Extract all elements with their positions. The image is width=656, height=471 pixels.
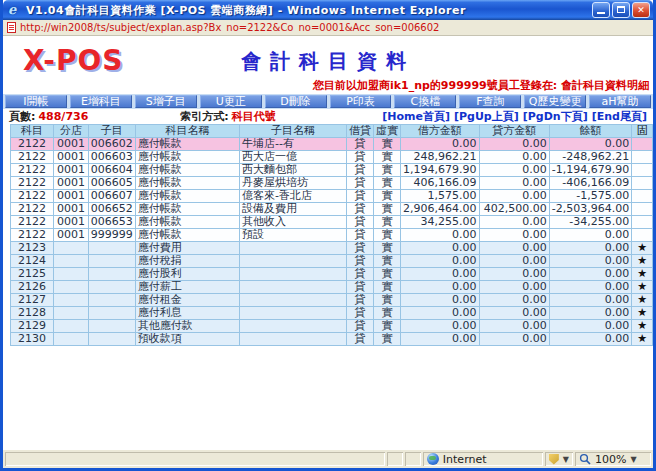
toolbar-button-switch-file[interactable]: C換檔 bbox=[394, 95, 456, 108]
cell-branch bbox=[54, 320, 89, 333]
table-row[interactable]: 21220001999999應付帳款預設貸實0.000.000.00 bbox=[11, 229, 653, 242]
cell-acct: 2127 bbox=[11, 294, 54, 307]
cell-sub-name: 其他收入 bbox=[240, 216, 347, 229]
table-row[interactable]: 2126應付薪工貸實0.000.000.00★ bbox=[11, 281, 653, 294]
window-title: V1.04會計科目資料作業 [X-POS 雲端商務網] - Windows In… bbox=[26, 3, 592, 18]
cell-balance: 0.00 bbox=[549, 229, 631, 242]
table-row[interactable]: 2124應付稅捐貸實0.000.000.00★ bbox=[11, 255, 653, 268]
toolbar-button-help[interactable]: aH幫助 bbox=[589, 95, 651, 108]
maximize-button[interactable] bbox=[612, 2, 630, 18]
cell-branch: 0001 bbox=[54, 216, 89, 229]
table-row[interactable]: 21220001006603應付帳款西大店一億貸實248,962.210.00-… bbox=[11, 151, 653, 164]
cell-sub-name: 牛埔店--有 bbox=[240, 138, 347, 151]
address-url[interactable]: http://win2008/ts/subject/explan.asp?Bx_… bbox=[20, 22, 439, 33]
toolbar-button-history[interactable]: Q歷史變更 bbox=[524, 95, 586, 108]
status-spacer bbox=[387, 452, 403, 466]
cell-debit-amount: 0.00 bbox=[401, 242, 479, 255]
cell-sub-name bbox=[240, 242, 347, 255]
cell-debit-credit: 貸 bbox=[347, 242, 374, 255]
cell-virtual-real: 實 bbox=[374, 138, 401, 151]
cell-acct: 2123 bbox=[11, 242, 54, 255]
cell-fixed bbox=[632, 190, 653, 203]
toolbar-button-open-book[interactable]: I開帳 bbox=[5, 95, 67, 108]
cell-credit-amount: 0.00 bbox=[479, 333, 549, 346]
cell-debit-credit: 貸 bbox=[347, 255, 374, 268]
cell-branch: 0001 bbox=[54, 203, 89, 216]
cell-balance: 0.00 bbox=[549, 138, 631, 151]
cell-sub-name bbox=[240, 294, 347, 307]
cell-sub: 006605 bbox=[88, 177, 135, 190]
cell-debit-amount: 0.00 bbox=[401, 320, 479, 333]
toolbar-button-delete[interactable]: D刪除 bbox=[265, 95, 327, 108]
toolbar-button-add-subaccount[interactable]: S增子目 bbox=[135, 95, 197, 108]
nav-links: [Home首頁][PgUp上頁][PgDn下頁][End尾頁] bbox=[382, 109, 647, 124]
cell-debit-credit: 貸 bbox=[347, 190, 374, 203]
table-row[interactable]: 21220001006604應付帳款西大麵包部貸實1,194,679.900.0… bbox=[11, 164, 653, 177]
table-row[interactable]: 21220001006605應付帳款丹麥屋烘培坊貸實406,166.090.00… bbox=[11, 177, 653, 190]
protected-mode-control[interactable]: ▼ bbox=[545, 452, 573, 466]
table-row[interactable]: 21220001006602應付帳款牛埔店--有貸實0.000.000.00 bbox=[11, 138, 653, 151]
cell-balance: 0.00 bbox=[549, 281, 631, 294]
titlebar[interactable]: e V1.04會計科目資料作業 [X-POS 雲端商務網] - Windows … bbox=[3, 0, 653, 20]
table-row[interactable]: 2128應付利息貸實0.000.000.00★ bbox=[11, 307, 653, 320]
cell-acct: 2122 bbox=[11, 229, 54, 242]
cell-credit-amount: 0.00 bbox=[479, 242, 549, 255]
cell-debit-amount: 1,194,679.90 bbox=[401, 164, 479, 177]
cell-branch bbox=[54, 255, 89, 268]
chevron-down-icon: ▼ bbox=[630, 455, 636, 464]
accounts-table: 科目分店子目科目名稱子目名稱借貸虛實借方金額貸方金額餘額固 2122000100… bbox=[10, 124, 653, 346]
table-row[interactable]: 2129其他應付款貸實0.000.000.00★ bbox=[11, 320, 653, 333]
toolbar-button-add-account[interactable]: E增科目 bbox=[70, 95, 132, 108]
cell-balance: 0.00 bbox=[549, 242, 631, 255]
cell-credit-amount: 0.00 bbox=[479, 216, 549, 229]
table-row[interactable]: 21220001006652應付帳款設備及費用貸實2,906,464.00402… bbox=[11, 203, 653, 216]
minimize-button[interactable] bbox=[592, 2, 610, 18]
cell-acct: 2122 bbox=[11, 203, 54, 216]
cell-credit-amount: 402,500.00 bbox=[479, 203, 549, 216]
cell-virtual-real: 實 bbox=[374, 229, 401, 242]
toolbar-button-print[interactable]: P印表 bbox=[330, 95, 392, 108]
cell-balance: -34,255.00 bbox=[549, 216, 631, 229]
column-header-virtual-real: 虛實 bbox=[374, 125, 401, 138]
toolbar-button-update[interactable]: U更正 bbox=[200, 95, 262, 108]
page-icon bbox=[7, 22, 16, 33]
cell-branch bbox=[54, 268, 89, 281]
cell-sub bbox=[88, 294, 135, 307]
cell-debit-amount: 0.00 bbox=[401, 268, 479, 281]
cell-virtual-real: 實 bbox=[374, 242, 401, 255]
cell-credit-amount: 0.00 bbox=[479, 177, 549, 190]
cell-acct: 2128 bbox=[11, 307, 54, 320]
cell-debit-credit: 貸 bbox=[347, 164, 374, 177]
table-row[interactable]: 21220001006653應付帳款其他收入貸實34,255.000.00-34… bbox=[11, 216, 653, 229]
toolbar-button-query[interactable]: F查詢 bbox=[459, 95, 521, 108]
close-button[interactable]: ✕ bbox=[632, 2, 650, 18]
cell-sub: 006602 bbox=[88, 138, 135, 151]
table-header-row: 科目分店子目科目名稱子目名稱借貸虛實借方金額貸方金額餘額固 bbox=[11, 125, 653, 138]
table-row[interactable]: 2123應付費用貸實0.000.000.00★ bbox=[11, 242, 653, 255]
cell-branch: 0001 bbox=[54, 138, 89, 151]
nav-link-pgdn[interactable]: [PgDn下頁] bbox=[523, 109, 588, 124]
table-row[interactable]: 2127應付租金貸實0.000.000.00★ bbox=[11, 294, 653, 307]
column-header-credit-amount: 貸方金額 bbox=[479, 125, 549, 138]
cell-sub-name bbox=[240, 333, 347, 346]
nav-link-home[interactable]: [Home首頁] bbox=[382, 109, 450, 124]
nav-link-pgup[interactable]: [PgUp上頁] bbox=[454, 109, 519, 124]
cell-branch bbox=[54, 281, 89, 294]
index-mode-label: 索引方式: bbox=[180, 109, 228, 124]
cell-sub-name: 西大麵包部 bbox=[240, 164, 347, 177]
zone-label: Internet bbox=[443, 453, 487, 466]
zoom-control[interactable]: 100% ▼ bbox=[575, 452, 651, 466]
table-row[interactable]: 21220001006607應付帳款億客來-香北店貸實1,575.000.00-… bbox=[11, 190, 653, 203]
cell-branch bbox=[54, 333, 89, 346]
table-row[interactable]: 2130預收款項貸實0.000.000.00★ bbox=[11, 333, 653, 346]
login-info: 您目前以加盟商ik1_np的999999號員工登錄在: 會計科目資料明細 bbox=[313, 78, 649, 93]
cell-acct-name: 應付股利 bbox=[135, 268, 239, 281]
address-bar[interactable]: http://win2008/ts/subject/explan.asp?Bx_… bbox=[3, 20, 653, 36]
table-row[interactable]: 2125應付股利貸實0.000.000.00★ bbox=[11, 268, 653, 281]
cell-debit-credit: 貸 bbox=[347, 177, 374, 190]
nav-link-end[interactable]: [End尾頁] bbox=[592, 109, 647, 124]
cell-acct-name: 應付帳款 bbox=[135, 190, 239, 203]
cell-balance: 0.00 bbox=[549, 294, 631, 307]
cell-sub-name bbox=[240, 307, 347, 320]
page-count-value: 488/736 bbox=[38, 110, 88, 123]
